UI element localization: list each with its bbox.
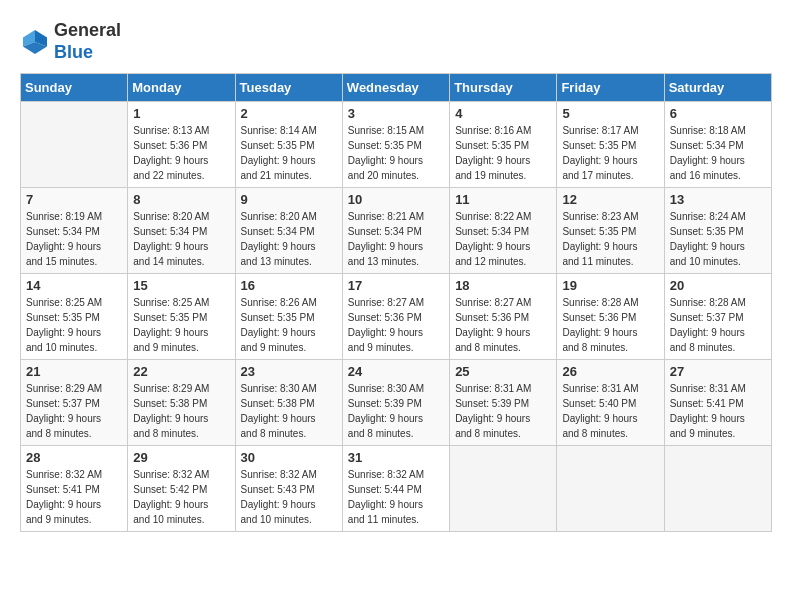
- day-number: 3: [348, 106, 444, 121]
- calendar-table: SundayMondayTuesdayWednesdayThursdayFrid…: [20, 73, 772, 532]
- column-header-friday: Friday: [557, 74, 664, 102]
- day-info: Sunrise: 8:13 AM Sunset: 5:36 PM Dayligh…: [133, 123, 229, 183]
- calendar-cell: 10Sunrise: 8:21 AM Sunset: 5:34 PM Dayli…: [342, 188, 449, 274]
- calendar-cell: 15Sunrise: 8:25 AM Sunset: 5:35 PM Dayli…: [128, 274, 235, 360]
- column-header-monday: Monday: [128, 74, 235, 102]
- day-number: 11: [455, 192, 551, 207]
- day-info: Sunrise: 8:32 AM Sunset: 5:44 PM Dayligh…: [348, 467, 444, 527]
- day-number: 9: [241, 192, 337, 207]
- day-number: 27: [670, 364, 766, 379]
- day-info: Sunrise: 8:28 AM Sunset: 5:36 PM Dayligh…: [562, 295, 658, 355]
- day-info: Sunrise: 8:28 AM Sunset: 5:37 PM Dayligh…: [670, 295, 766, 355]
- calendar-cell: 30Sunrise: 8:32 AM Sunset: 5:43 PM Dayli…: [235, 446, 342, 532]
- calendar-cell: 21Sunrise: 8:29 AM Sunset: 5:37 PM Dayli…: [21, 360, 128, 446]
- calendar-cell: 11Sunrise: 8:22 AM Sunset: 5:34 PM Dayli…: [450, 188, 557, 274]
- day-number: 23: [241, 364, 337, 379]
- day-number: 20: [670, 278, 766, 293]
- day-number: 22: [133, 364, 229, 379]
- day-info: Sunrise: 8:29 AM Sunset: 5:38 PM Dayligh…: [133, 381, 229, 441]
- logo: General Blue: [20, 20, 121, 63]
- day-number: 6: [670, 106, 766, 121]
- day-number: 13: [670, 192, 766, 207]
- day-number: 17: [348, 278, 444, 293]
- calendar-cell: 24Sunrise: 8:30 AM Sunset: 5:39 PM Dayli…: [342, 360, 449, 446]
- calendar-cell: 1Sunrise: 8:13 AM Sunset: 5:36 PM Daylig…: [128, 102, 235, 188]
- day-info: Sunrise: 8:23 AM Sunset: 5:35 PM Dayligh…: [562, 209, 658, 269]
- day-info: Sunrise: 8:21 AM Sunset: 5:34 PM Dayligh…: [348, 209, 444, 269]
- day-number: 12: [562, 192, 658, 207]
- day-number: 10: [348, 192, 444, 207]
- calendar-cell: [557, 446, 664, 532]
- calendar-week-1: 1Sunrise: 8:13 AM Sunset: 5:36 PM Daylig…: [21, 102, 772, 188]
- column-header-saturday: Saturday: [664, 74, 771, 102]
- day-info: Sunrise: 8:17 AM Sunset: 5:35 PM Dayligh…: [562, 123, 658, 183]
- calendar-cell: 31Sunrise: 8:32 AM Sunset: 5:44 PM Dayli…: [342, 446, 449, 532]
- day-info: Sunrise: 8:19 AM Sunset: 5:34 PM Dayligh…: [26, 209, 122, 269]
- calendar-cell: 9Sunrise: 8:20 AM Sunset: 5:34 PM Daylig…: [235, 188, 342, 274]
- calendar-cell: [450, 446, 557, 532]
- day-number: 8: [133, 192, 229, 207]
- column-header-sunday: Sunday: [21, 74, 128, 102]
- calendar-week-3: 14Sunrise: 8:25 AM Sunset: 5:35 PM Dayli…: [21, 274, 772, 360]
- day-number: 18: [455, 278, 551, 293]
- day-number: 19: [562, 278, 658, 293]
- day-number: 24: [348, 364, 444, 379]
- day-info: Sunrise: 8:27 AM Sunset: 5:36 PM Dayligh…: [348, 295, 444, 355]
- calendar-cell: 3Sunrise: 8:15 AM Sunset: 5:35 PM Daylig…: [342, 102, 449, 188]
- day-number: 4: [455, 106, 551, 121]
- day-info: Sunrise: 8:31 AM Sunset: 5:41 PM Dayligh…: [670, 381, 766, 441]
- day-info: Sunrise: 8:32 AM Sunset: 5:42 PM Dayligh…: [133, 467, 229, 527]
- day-info: Sunrise: 8:20 AM Sunset: 5:34 PM Dayligh…: [241, 209, 337, 269]
- day-info: Sunrise: 8:32 AM Sunset: 5:41 PM Dayligh…: [26, 467, 122, 527]
- day-info: Sunrise: 8:16 AM Sunset: 5:35 PM Dayligh…: [455, 123, 551, 183]
- day-number: 2: [241, 106, 337, 121]
- calendar-cell: 27Sunrise: 8:31 AM Sunset: 5:41 PM Dayli…: [664, 360, 771, 446]
- calendar-cell: 29Sunrise: 8:32 AM Sunset: 5:42 PM Dayli…: [128, 446, 235, 532]
- column-header-tuesday: Tuesday: [235, 74, 342, 102]
- calendar-cell: 20Sunrise: 8:28 AM Sunset: 5:37 PM Dayli…: [664, 274, 771, 360]
- day-number: 30: [241, 450, 337, 465]
- day-info: Sunrise: 8:20 AM Sunset: 5:34 PM Dayligh…: [133, 209, 229, 269]
- calendar-cell: 7Sunrise: 8:19 AM Sunset: 5:34 PM Daylig…: [21, 188, 128, 274]
- calendar-cell: 8Sunrise: 8:20 AM Sunset: 5:34 PM Daylig…: [128, 188, 235, 274]
- calendar-cell: 28Sunrise: 8:32 AM Sunset: 5:41 PM Dayli…: [21, 446, 128, 532]
- day-number: 5: [562, 106, 658, 121]
- calendar-cell: 17Sunrise: 8:27 AM Sunset: 5:36 PM Dayli…: [342, 274, 449, 360]
- day-number: 15: [133, 278, 229, 293]
- calendar-cell: 5Sunrise: 8:17 AM Sunset: 5:35 PM Daylig…: [557, 102, 664, 188]
- day-info: Sunrise: 8:30 AM Sunset: 5:39 PM Dayligh…: [348, 381, 444, 441]
- day-number: 14: [26, 278, 122, 293]
- day-number: 21: [26, 364, 122, 379]
- calendar-cell: 23Sunrise: 8:30 AM Sunset: 5:38 PM Dayli…: [235, 360, 342, 446]
- day-number: 1: [133, 106, 229, 121]
- calendar-week-2: 7Sunrise: 8:19 AM Sunset: 5:34 PM Daylig…: [21, 188, 772, 274]
- day-info: Sunrise: 8:30 AM Sunset: 5:38 PM Dayligh…: [241, 381, 337, 441]
- day-info: Sunrise: 8:22 AM Sunset: 5:34 PM Dayligh…: [455, 209, 551, 269]
- calendar-header-row: SundayMondayTuesdayWednesdayThursdayFrid…: [21, 74, 772, 102]
- calendar-cell: 13Sunrise: 8:24 AM Sunset: 5:35 PM Dayli…: [664, 188, 771, 274]
- calendar-cell: 25Sunrise: 8:31 AM Sunset: 5:39 PM Dayli…: [450, 360, 557, 446]
- day-number: 7: [26, 192, 122, 207]
- calendar-cell: 12Sunrise: 8:23 AM Sunset: 5:35 PM Dayli…: [557, 188, 664, 274]
- day-info: Sunrise: 8:27 AM Sunset: 5:36 PM Dayligh…: [455, 295, 551, 355]
- day-info: Sunrise: 8:25 AM Sunset: 5:35 PM Dayligh…: [133, 295, 229, 355]
- calendar-cell: 19Sunrise: 8:28 AM Sunset: 5:36 PM Dayli…: [557, 274, 664, 360]
- day-number: 16: [241, 278, 337, 293]
- day-info: Sunrise: 8:31 AM Sunset: 5:40 PM Dayligh…: [562, 381, 658, 441]
- day-number: 25: [455, 364, 551, 379]
- calendar-cell: 14Sunrise: 8:25 AM Sunset: 5:35 PM Dayli…: [21, 274, 128, 360]
- page-header: General Blue: [20, 20, 772, 63]
- calendar-week-5: 28Sunrise: 8:32 AM Sunset: 5:41 PM Dayli…: [21, 446, 772, 532]
- day-number: 29: [133, 450, 229, 465]
- column-header-wednesday: Wednesday: [342, 74, 449, 102]
- calendar-cell: [664, 446, 771, 532]
- calendar-cell: 2Sunrise: 8:14 AM Sunset: 5:35 PM Daylig…: [235, 102, 342, 188]
- day-number: 26: [562, 364, 658, 379]
- day-info: Sunrise: 8:18 AM Sunset: 5:34 PM Dayligh…: [670, 123, 766, 183]
- day-info: Sunrise: 8:14 AM Sunset: 5:35 PM Dayligh…: [241, 123, 337, 183]
- logo-text: General Blue: [54, 20, 121, 63]
- calendar-cell: [21, 102, 128, 188]
- calendar-cell: 6Sunrise: 8:18 AM Sunset: 5:34 PM Daylig…: [664, 102, 771, 188]
- column-header-thursday: Thursday: [450, 74, 557, 102]
- day-info: Sunrise: 8:24 AM Sunset: 5:35 PM Dayligh…: [670, 209, 766, 269]
